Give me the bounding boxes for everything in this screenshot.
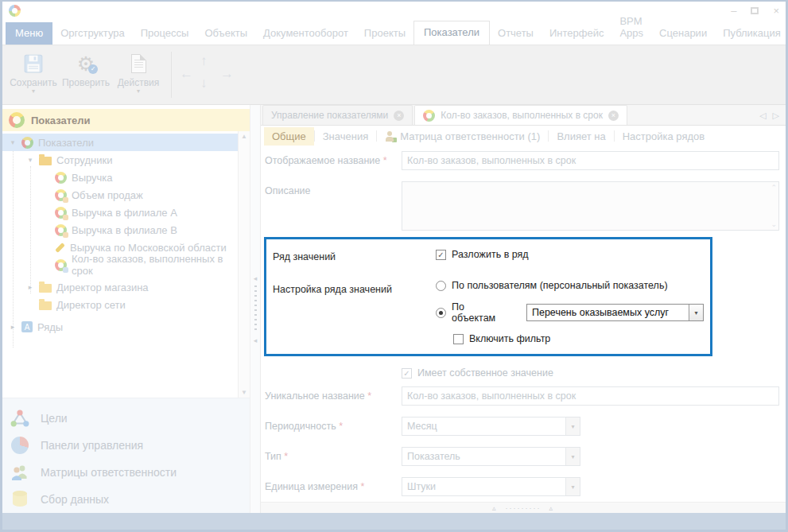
decompose-checkbox[interactable]: ✓	[436, 250, 446, 260]
tab-indicators[interactable]: Показатели	[413, 21, 490, 45]
sidebar-splitter[interactable]: ◂ ◂	[250, 105, 261, 513]
tree-item-pokazateli-root[interactable]: ▾ Показатели	[2, 134, 238, 151]
folder-open-icon	[39, 157, 52, 165]
tab-bpm-apps[interactable]: BPM Apps	[611, 10, 651, 45]
check-button[interactable]: ⚙ ✓ Проверить	[60, 49, 112, 101]
unique-name-input[interactable]: Кол-во заказов, выполненных в срок	[402, 386, 779, 406]
tree-item-label: Кол-во заказов, выполненных в срок	[72, 253, 238, 277]
tab-interface[interactable]: Интерфейс	[542, 22, 611, 45]
tree-item-kolvo-zakazov[interactable]: Кол-во заказов, выполненных в срок	[2, 256, 238, 274]
splitter-handle[interactable]	[254, 285, 257, 333]
tree-item-director-magazina[interactable]: ▸ Директор магазина	[2, 278, 238, 296]
scroll-down-icon[interactable]: ⌄	[771, 220, 777, 228]
tab-processes[interactable]: Процессы	[133, 22, 197, 45]
tree-item-ryady[interactable]: ▸ A Ряды	[2, 318, 238, 336]
actions-dropdown-caret-icon[interactable]: ▾	[137, 90, 140, 93]
doc-tab-indicator-management[interactable]: Управление показателями ×	[262, 105, 413, 125]
dropdown-button[interactable]: ▾	[565, 478, 580, 495]
expander-icon[interactable]: ▾	[26, 156, 34, 164]
description-textarea[interactable]: ⌃ ⌄	[402, 181, 779, 231]
save-dropdown-caret-icon[interactable]: ▾	[32, 90, 35, 93]
form-tab-influences[interactable]: Влияет на	[549, 127, 613, 146]
nav-item-goals[interactable]: Цели	[2, 405, 250, 432]
filter-checkbox[interactable]	[453, 334, 464, 344]
nav-down-icon[interactable]: ↓	[200, 76, 208, 91]
dropdown-button[interactable]: ▾	[565, 417, 580, 435]
tab-prev-icon[interactable]: ◁	[759, 111, 766, 121]
type-dropdown[interactable]: Показатель ▾	[402, 447, 580, 466]
check-label: Проверить	[62, 77, 110, 88]
actions-document-icon	[131, 52, 146, 76]
minimize-button[interactable]: –	[731, 6, 736, 16]
scroll-up-icon[interactable]: ⌃	[771, 184, 777, 192]
collapse-left-icon[interactable]: ◂	[254, 336, 258, 344]
tree-item-obem-prodazh[interactable]: Объем продаж	[2, 186, 238, 204]
save-button[interactable]: Сохранить ▾	[7, 49, 60, 101]
field-label: Периодичность *	[265, 417, 402, 432]
actions-label: Действия	[118, 77, 160, 88]
nav-item-data-collection[interactable]: Сбор данных	[2, 486, 250, 513]
splitter-handle[interactable]: ·········	[506, 504, 542, 512]
nav-item-responsibility-matrices[interactable]: Матрицы ответственности	[2, 459, 250, 486]
tree-scrollbar[interactable]: ▲ ▼	[238, 131, 250, 398]
pencil-icon	[55, 243, 65, 253]
nav-item-dashboards[interactable]: Панели управления	[2, 432, 250, 459]
field-unit: Единица измерения * Штуки ▾	[265, 477, 779, 496]
by-users-radio[interactable]	[436, 281, 446, 291]
tree-item-sotrudniki[interactable]: ▾ Сотрудники	[2, 151, 238, 169]
scroll-down-icon[interactable]: ▼	[241, 389, 247, 396]
collapse-left-icon[interactable]: ◂	[254, 274, 258, 282]
tree-item-vyruchka-filial-b[interactable]: Выручка в филиале В	[2, 221, 238, 239]
radio-label: По пользователям (персональный показател…	[452, 280, 668, 291]
tab-orgstructure[interactable]: Оргструктура	[52, 22, 133, 45]
close-button[interactable]: ×	[773, 6, 779, 16]
unit-dropdown[interactable]: Штуки ▾	[402, 477, 580, 496]
tree-item-vyruchka-filial-a[interactable]: Выручка в филиале А	[2, 204, 238, 221]
display-name-input[interactable]: Кол-во заказов, выполненных в срок	[402, 151, 779, 170]
dropdown-button[interactable]: ▾	[689, 305, 703, 320]
field-label: Ряд значений	[273, 247, 436, 262]
periodicity-dropdown[interactable]: Месяц ▾	[402, 417, 580, 436]
navigation-arrows: ← ↑ ↓ →	[178, 49, 235, 101]
by-objects-radio[interactable]	[436, 308, 446, 318]
data-collection-cylinder-icon	[10, 490, 29, 509]
own-value-checkbox[interactable]: ✓	[402, 368, 412, 379]
object-list-dropdown[interactable]: Перечень оказываемых услуг ▾	[526, 304, 704, 321]
collapse-up-icon[interactable]: ▵	[492, 504, 498, 512]
tab-reports[interactable]: Отчеты	[490, 22, 542, 45]
nav-up-icon[interactable]: ↑	[200, 53, 208, 69]
radio-label: По объектам	[452, 301, 510, 324]
tree-item-vyruchka[interactable]: Выручка	[2, 169, 238, 186]
maximize-button[interactable]	[751, 7, 759, 14]
required-asterisk: *	[284, 451, 288, 462]
doc-tab-kolvo-zakazov[interactable]: Кол-во заказов, выполненных в срок ×	[414, 105, 627, 125]
nav-left-icon[interactable]: ←	[180, 66, 193, 82]
app-logo-icon	[9, 5, 21, 17]
field-label: Уникальное название *	[265, 386, 402, 402]
tab-publication[interactable]: Публикация	[715, 22, 788, 45]
tab-close-icon[interactable]: ×	[394, 111, 404, 121]
collapse-up-icon[interactable]: ▵	[549, 504, 554, 512]
dropdown-button[interactable]: ▾	[565, 448, 580, 465]
tab-scenarios[interactable]: Сценарии	[651, 22, 715, 45]
form-tab-responsibility-matrix[interactable]: Матрица ответственности (1)	[377, 127, 548, 146]
menu-button[interactable]: Меню	[6, 22, 52, 45]
tree-item-label: Показатели	[38, 137, 94, 149]
expander-icon[interactable]: ▸	[9, 323, 17, 331]
tree-item-director-seti[interactable]: Директор сети	[2, 296, 238, 313]
tab-objects[interactable]: Объекты	[196, 22, 255, 45]
tab-close-icon[interactable]: ×	[608, 111, 619, 121]
expander-icon[interactable]: ▸	[26, 283, 34, 291]
tab-next-icon[interactable]: ▷	[773, 111, 779, 121]
form-tab-general[interactable]: Общие	[264, 127, 314, 146]
tab-projects[interactable]: Проекты	[356, 22, 413, 45]
expander-icon[interactable]: ▾	[9, 138, 17, 146]
form-tab-series-setup[interactable]: Настройка рядов	[615, 127, 712, 146]
nav-right-icon[interactable]: →	[220, 66, 234, 82]
bottom-splitter[interactable]: ▵ ········· ▵	[261, 502, 786, 513]
actions-button[interactable]: Действия ▾	[112, 49, 165, 101]
tab-document-flow[interactable]: Документооборот	[255, 22, 356, 45]
form-tab-values[interactable]: Значения	[315, 127, 376, 146]
scroll-up-icon[interactable]: ▲	[241, 133, 247, 140]
gauge-user-icon	[55, 207, 67, 219]
